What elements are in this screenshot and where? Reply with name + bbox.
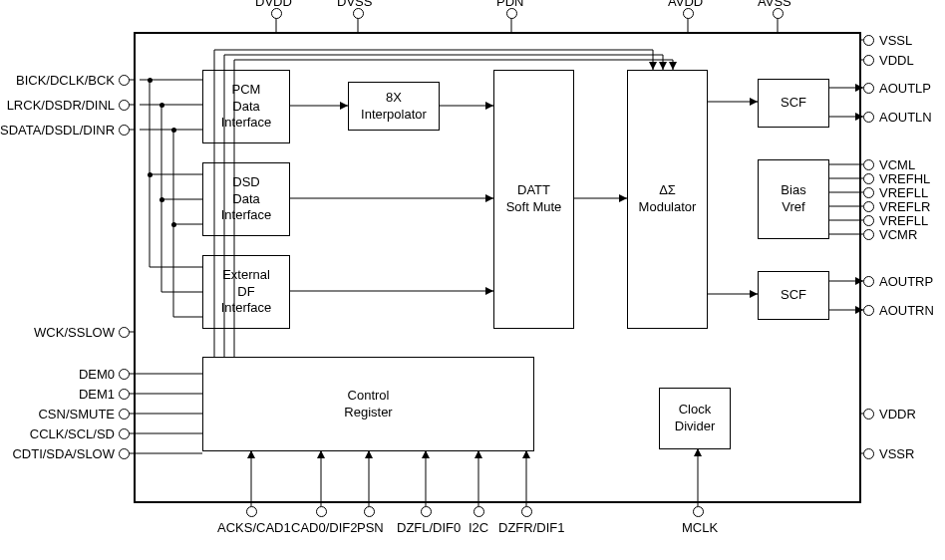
pin-i2c (473, 506, 484, 517)
label-vcml: VCML (879, 157, 915, 172)
svg-marker-38 (485, 287, 493, 295)
label-avdd: AVDD (668, 0, 703, 9)
svg-marker-40 (619, 194, 627, 202)
label-dem1: DEM1 (0, 387, 115, 402)
pin-wck (119, 327, 130, 338)
svg-marker-46 (855, 113, 863, 121)
label-vssr: VSSR (879, 446, 914, 461)
label-wck: WCK/SSLOW (0, 325, 115, 340)
label-aoutlp: AOUTLP (879, 81, 931, 96)
pin-aoutrp (863, 276, 874, 287)
pin-vrefhl (863, 173, 874, 184)
junction-dot (171, 128, 176, 133)
svg-marker-42 (750, 290, 758, 298)
pin-vssr (863, 448, 874, 459)
pin-dvdd (271, 8, 282, 19)
label-dvdd: DVDD (255, 0, 292, 9)
pin-psn (364, 506, 375, 517)
pin-acks (246, 506, 257, 517)
pin-bick (119, 75, 130, 86)
label-lrck: LRCK/DSDR/DINL (0, 98, 115, 113)
svg-marker-63 (669, 62, 677, 70)
label-psn: PSN (357, 520, 384, 535)
label-i2c: I2C (469, 520, 488, 535)
label-dzfl: DZFL/DIF0 (397, 520, 461, 535)
svg-marker-30 (694, 448, 702, 456)
label-mclk: MCLK (682, 520, 718, 535)
svg-marker-24 (422, 450, 430, 458)
label-vrefll1: VREFLL (879, 185, 928, 200)
label-cad0: CAD0/DIF2 (291, 520, 357, 535)
label-cdti: CDTI/SDA/SLOW (0, 446, 115, 461)
pin-vssl (863, 35, 874, 46)
svg-marker-54 (855, 277, 863, 285)
svg-marker-26 (474, 450, 482, 458)
svg-marker-28 (522, 450, 530, 458)
pin-lrck (119, 100, 130, 111)
pin-mclk (693, 506, 704, 517)
label-vssl: VSSL (879, 33, 912, 48)
pin-vreflr (863, 201, 874, 212)
pin-dvss (353, 8, 364, 19)
svg-marker-41 (750, 98, 758, 106)
label-vrefhl: VREFHL (879, 171, 930, 186)
svg-marker-61 (649, 62, 657, 70)
pin-cad0 (316, 506, 327, 517)
label-dzfr: DZFR/DIF1 (498, 520, 564, 535)
svg-marker-56 (855, 306, 863, 314)
label-dvss: DVSS (337, 0, 372, 9)
label-aoutrp: AOUTRP (879, 274, 933, 289)
label-avss: AVSS (758, 0, 791, 9)
junction-dot (159, 197, 164, 202)
svg-marker-20 (317, 450, 325, 458)
svg-marker-62 (659, 62, 667, 70)
junction-dot (171, 222, 176, 227)
pin-csn (119, 409, 130, 420)
pin-vrefll1 (863, 187, 874, 198)
svg-marker-44 (855, 84, 863, 92)
pin-cdti (119, 448, 130, 459)
label-vreflr: VREFLR (879, 199, 930, 214)
pin-vddl (863, 55, 874, 66)
label-dem0: DEM0 (0, 367, 115, 382)
pin-aoutlp (863, 83, 874, 94)
pin-aoutln (863, 112, 874, 123)
label-pdn: PDN (496, 0, 523, 9)
junction-dot (159, 103, 164, 108)
pin-dzfl (421, 506, 432, 517)
svg-marker-22 (365, 450, 373, 458)
label-acks: ACKS/CAD1 (217, 520, 291, 535)
pin-vrefll2 (863, 215, 874, 226)
label-vrefll2: VREFLL (879, 213, 928, 228)
label-aoutrn: AOUTRN (879, 303, 934, 318)
pin-cclk (119, 428, 130, 439)
svg-marker-36 (485, 194, 493, 202)
wiring (0, 0, 945, 560)
pin-dzfr (521, 506, 532, 517)
label-aoutln: AOUTLN (879, 110, 932, 125)
pin-dem0 (119, 369, 130, 380)
pin-dem1 (119, 389, 130, 400)
pin-avdd (683, 8, 694, 19)
pin-avss (773, 8, 784, 19)
pin-pdn (506, 8, 517, 19)
label-sdata: SDATA/DSDL/DINR (0, 123, 115, 138)
pin-sdata (119, 125, 130, 136)
label-vcmr: VCMR (879, 227, 917, 242)
label-csn: CSN/SMUTE (0, 407, 115, 421)
svg-marker-34 (485, 102, 493, 110)
svg-marker-32 (340, 102, 348, 110)
label-bick: BICK/DCLK/BCK (0, 73, 115, 88)
junction-dot (148, 78, 153, 83)
pin-vddr (863, 409, 874, 420)
pin-vcml (863, 159, 874, 170)
junction-dot (148, 172, 153, 177)
pin-aoutrn (863, 305, 874, 316)
label-vddl: VDDL (879, 53, 914, 68)
label-vddr: VDDR (879, 407, 916, 421)
label-cclk: CCLK/SCL/SD (0, 426, 115, 441)
pin-vcmr (863, 229, 874, 240)
svg-marker-18 (247, 450, 255, 458)
